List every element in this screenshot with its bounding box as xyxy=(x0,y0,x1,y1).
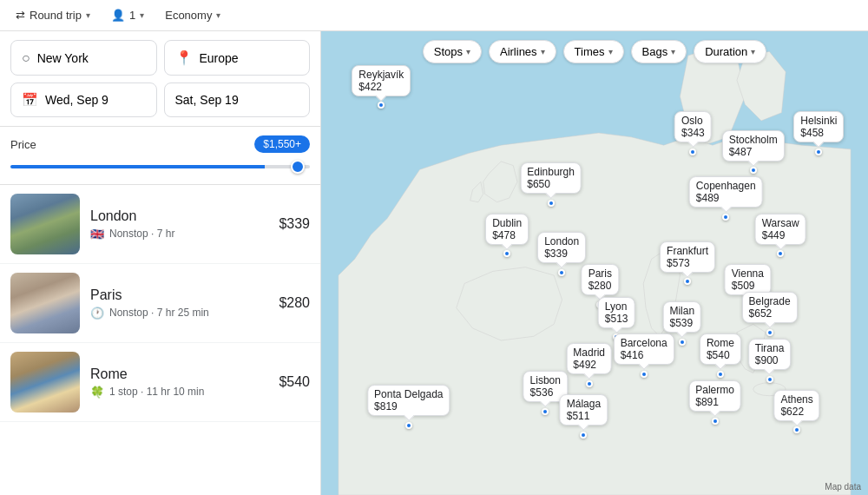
price-pin-lyon[interactable]: Lyon$513 xyxy=(598,297,635,328)
pin-city-price: $492 xyxy=(573,359,605,371)
pin-city-price: $416 xyxy=(621,349,667,361)
pin-city-price: $540 xyxy=(707,349,734,361)
chevron-down-icon: ▾ xyxy=(608,47,613,56)
price-section: Price $1,550+ xyxy=(0,127,320,185)
map-dot-london xyxy=(558,269,565,276)
trip-type-selector[interactable]: ⇄ Round trip ▾ xyxy=(9,5,97,25)
pin-city-price: $513 xyxy=(605,313,628,325)
destination-input[interactable]: 📍 Europe xyxy=(164,40,311,76)
pin-city-name: Belgrade xyxy=(749,295,791,307)
cabin-class-label: Economy xyxy=(165,9,212,22)
price-pin-belgrade[interactable]: Belgrade$652 xyxy=(742,292,798,323)
flight-list-item[interactable]: London🇬🇧Nonstop · 7 hr$339 xyxy=(0,185,320,264)
map-dot-tirana xyxy=(766,376,773,383)
map-svg xyxy=(321,31,868,495)
map-dot-barcelona xyxy=(641,371,648,378)
price-pin-madrid[interactable]: Madrid$492 xyxy=(566,343,612,374)
flight-thumbnail xyxy=(10,194,80,254)
map-attribution: Map data xyxy=(825,482,861,492)
main-layout: ○ New York 📍 Europe 📅 Wed, Sep 9 Sat, Se… xyxy=(0,31,868,495)
pin-city-price: $539 xyxy=(669,317,694,329)
flight-list-item[interactable]: Rome🍀1 stop · 11 hr 10 min$540 xyxy=(0,343,320,422)
pin-city-name: Milan xyxy=(669,305,694,317)
price-slider[interactable] xyxy=(10,158,310,175)
flight-details: 🕐Nonstop · 7 hr 25 min xyxy=(90,307,268,320)
map-filter-bags[interactable]: Bags▾ xyxy=(631,40,687,63)
price-badge: $1,550+ xyxy=(254,135,310,153)
map-dot-reykjavik xyxy=(378,102,385,109)
pin-city-name: Lyon xyxy=(605,300,628,313)
price-pin-pontadelgada[interactable]: Ponta Delgada$819 xyxy=(367,385,450,416)
pin-city-name: Ponta Delgada xyxy=(374,388,443,400)
return-date-input[interactable]: Sat, Sep 19 xyxy=(164,82,311,117)
origin-input[interactable]: ○ New York xyxy=(10,40,157,76)
pin-city-price: $280 xyxy=(589,280,612,292)
pin-city-name: Edinburgh xyxy=(527,166,575,178)
flight-price: $339 xyxy=(279,216,310,232)
price-pin-warsaw[interactable]: Warsaw$449 xyxy=(755,214,806,245)
pin-city-price: $652 xyxy=(749,307,791,320)
flight-list-item[interactable]: Paris🕐Nonstop · 7 hr 25 min$280 xyxy=(0,264,320,343)
pin-city-price: $573 xyxy=(667,257,708,269)
pin-city-price: $478 xyxy=(492,229,522,241)
price-pin-london[interactable]: London$339 xyxy=(537,232,586,263)
flight-list: London🇬🇧Nonstop · 7 hr$339Paris🕐Nonstop … xyxy=(0,185,320,495)
flight-city: Paris xyxy=(90,287,268,303)
trip-type-chevron: ▾ xyxy=(86,10,90,20)
slider-thumb[interactable] xyxy=(291,160,305,174)
pin-city-name: Paris xyxy=(589,267,612,280)
flight-thumbnail-image xyxy=(10,194,80,254)
price-pin-edinburgh[interactable]: Edinburgh$650 xyxy=(520,162,582,194)
price-pin-tirana[interactable]: Tirana$900 xyxy=(748,339,792,370)
flight-info: London🇬🇧Nonstop · 7 hr xyxy=(90,208,268,241)
flight-stop-icon: 🇬🇧 xyxy=(90,228,104,241)
map-dot-oslo xyxy=(689,148,696,155)
price-pin-athens[interactable]: Athens$622 xyxy=(773,390,819,421)
location-row: ○ New York 📍 Europe xyxy=(10,40,310,76)
map-dot-stockholm xyxy=(750,167,757,174)
price-pin-rome[interactable]: Rome$540 xyxy=(700,333,741,365)
price-pin-copenhagen[interactable]: Copenhagen$489 xyxy=(689,176,763,208)
price-pin-malaga[interactable]: Málaga$511 xyxy=(560,394,608,426)
cabin-class-selector[interactable]: Economy ▾ xyxy=(158,5,227,25)
map-dot-palermo xyxy=(712,418,719,425)
map-dot-warsaw xyxy=(777,250,784,257)
price-pin-palermo[interactable]: Palermo$891 xyxy=(688,380,741,412)
pin-city-price: $511 xyxy=(567,410,601,422)
price-pin-oslo[interactable]: Oslo$343 xyxy=(674,111,712,142)
map-filter-stops[interactable]: Stops▾ xyxy=(423,40,482,63)
pin-city-name: Copenhagen xyxy=(696,180,756,192)
flight-thumbnail-image xyxy=(10,273,80,333)
flight-details: 🇬🇧Nonstop · 7 hr xyxy=(90,228,268,241)
passengers-selector[interactable]: 👤 1 ▾ xyxy=(104,5,151,25)
destination-icon: 📍 xyxy=(175,50,193,66)
pin-city-price: $891 xyxy=(695,396,734,408)
price-pin-reykjavik[interactable]: Reykjavík$422 xyxy=(352,65,411,96)
price-pin-stockholm[interactable]: Stockholm$487 xyxy=(722,130,785,162)
pin-city-name: Tirana xyxy=(755,342,785,354)
map-filter-duration[interactable]: Duration▾ xyxy=(694,40,766,63)
pin-city-name: Madrid xyxy=(573,346,605,359)
price-pin-frankfurt[interactable]: Frankfurt$573 xyxy=(660,241,715,273)
departure-date-input[interactable]: 📅 Wed, Sep 9 xyxy=(10,82,157,117)
pin-city-name: Palermo xyxy=(695,384,734,396)
destination-value: Europe xyxy=(200,51,239,65)
pin-city-price: $487 xyxy=(729,146,778,158)
chevron-down-icon: ▾ xyxy=(466,47,470,56)
pin-city-price: $622 xyxy=(780,406,812,418)
map-filter-airlines[interactable]: Airlines▾ xyxy=(489,40,556,63)
price-pin-barcelona[interactable]: Barcelona$416 xyxy=(614,333,674,365)
map-dot-rome xyxy=(717,371,724,378)
price-pin-dublin[interactable]: Dublin$478 xyxy=(485,214,529,245)
pin-city-name: Frankfurt xyxy=(667,245,708,257)
price-pin-milan[interactable]: Milan$539 xyxy=(662,301,701,333)
map-dot-madrid xyxy=(586,380,593,387)
price-pin-paris[interactable]: Paris$280 xyxy=(582,264,619,295)
cabin-class-chevron: ▾ xyxy=(216,10,220,20)
map-dot-milan xyxy=(679,339,686,346)
flight-thumbnail-image xyxy=(10,352,80,412)
price-pin-helsinki[interactable]: Helsinki$458 xyxy=(793,111,844,142)
map-filter-times[interactable]: Times▾ xyxy=(563,40,624,63)
flight-thumbnail xyxy=(10,273,80,333)
price-pin-vienna[interactable]: Vienna$509 xyxy=(725,264,771,295)
